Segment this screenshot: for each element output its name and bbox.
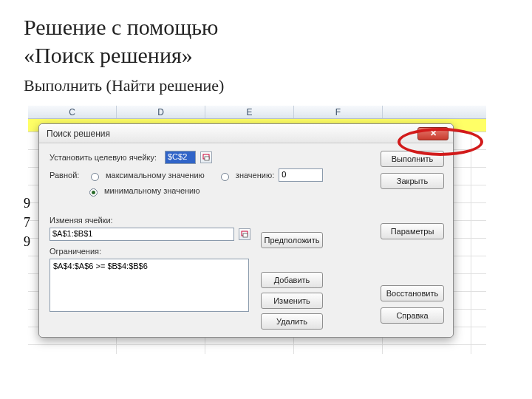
edit-button[interactable]: Изменить bbox=[261, 293, 323, 309]
help-button[interactable]: Справка bbox=[381, 307, 444, 324]
cell-value: 7 bbox=[24, 215, 30, 231]
svg-rect-1 bbox=[205, 157, 209, 160]
radio-max[interactable] bbox=[91, 173, 99, 181]
params-button[interactable]: Параметры bbox=[381, 223, 444, 239]
svg-rect-3 bbox=[243, 233, 248, 237]
range-picker-icon[interactable] bbox=[200, 151, 212, 163]
window-close-button[interactable]: ✕ bbox=[417, 127, 449, 140]
radio-min[interactable] bbox=[89, 188, 98, 197]
restore-button[interactable]: Восстановить bbox=[381, 285, 444, 301]
close-icon: ✕ bbox=[430, 129, 437, 137]
cell-value: 9 bbox=[24, 234, 30, 250]
constraints-listbox[interactable]: $A$4:$A$6 >= $B$4:$B$6 bbox=[50, 259, 249, 312]
screenshot: C D E F 9 7 9 Поиск решения ✕ bbox=[28, 106, 486, 357]
dialog-titlebar[interactable]: Поиск решения ✕ bbox=[39, 124, 453, 143]
range-picker-icon[interactable] bbox=[239, 228, 250, 240]
column-headers: C D E F bbox=[28, 106, 486, 119]
solver-dialog: Поиск решения ✕ Установить целевую ячейк… bbox=[38, 123, 454, 338]
target-cell-input[interactable]: $C$2 bbox=[165, 151, 196, 164]
radio-max-label: максимальному значению bbox=[106, 171, 205, 180]
changing-cells-input[interactable]: $A$1:$B$1 bbox=[50, 228, 234, 241]
radio-value-label: значению: bbox=[236, 171, 274, 180]
guess-button[interactable]: Предположить bbox=[261, 232, 323, 248]
add-button[interactable]: Добавить bbox=[261, 272, 323, 288]
close-button[interactable]: Закрыть bbox=[381, 173, 444, 189]
slide-title: Решение с помощью «Поиск решения» bbox=[24, 13, 508, 69]
changing-cells-label: Изменяя ячейки: bbox=[50, 216, 250, 225]
col-hdr[interactable]: D bbox=[117, 106, 205, 118]
col-hdr[interactable]: C bbox=[28, 106, 117, 118]
slide-subtitle: Выполнить (Найти решение) bbox=[24, 76, 508, 95]
value-input[interactable]: 0 bbox=[279, 168, 323, 182]
dialog-title: Поиск решения bbox=[47, 129, 417, 139]
target-cell-label: Установить целевую ячейку: bbox=[50, 153, 160, 162]
col-hdr[interactable]: F bbox=[294, 106, 383, 118]
radio-min-label: минимальному значению bbox=[104, 186, 200, 195]
delete-button[interactable]: Удалить bbox=[261, 313, 323, 330]
constraints-label: Ограничения: bbox=[50, 247, 250, 256]
col-hdr[interactable]: E bbox=[205, 106, 294, 118]
cell-value: 9 bbox=[24, 196, 30, 211]
equal-label: Равной: bbox=[50, 171, 86, 180]
constraint-item[interactable]: $A$4:$A$6 >= $B$4:$B$6 bbox=[53, 262, 245, 270]
execute-button[interactable]: Выполнить bbox=[381, 151, 444, 167]
radio-value[interactable] bbox=[221, 173, 229, 181]
